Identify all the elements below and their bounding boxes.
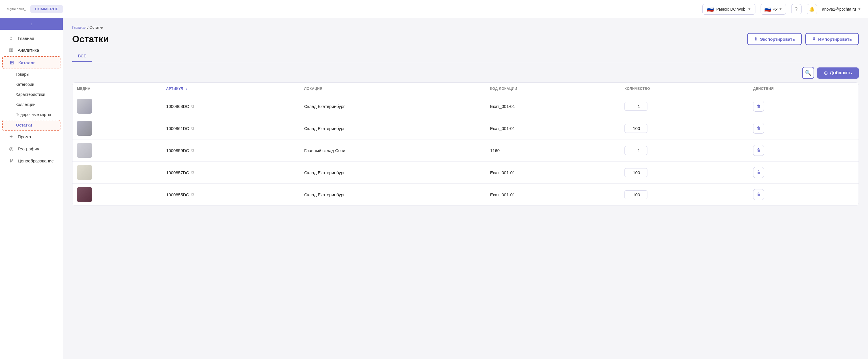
quantity-input[interactable] xyxy=(624,168,647,177)
sort-arrow-icon: ↓ xyxy=(186,87,188,91)
brand-logo: digital chief_ xyxy=(7,7,26,11)
tab-all[interactable]: ВСЕ xyxy=(72,51,92,62)
help-icon: ? xyxy=(795,7,798,12)
sidebar-item-gift-cards[interactable]: Подарочные карты xyxy=(2,110,60,119)
cell-location: Склад Екатеринбург xyxy=(300,162,486,184)
import-label: Импортировать xyxy=(818,37,852,42)
cell-location-code: Екат_001-01 xyxy=(486,117,620,139)
trash-icon: 🗑 xyxy=(756,104,761,109)
delete-button[interactable]: 🗑 xyxy=(753,145,764,156)
sidebar-item-home[interactable]: ⌂ Главная xyxy=(2,32,60,44)
sidebar-item-products[interactable]: Товары xyxy=(2,70,60,79)
home-icon: ⌂ xyxy=(8,35,14,41)
cell-actions: 🗑 xyxy=(748,162,859,184)
lang-selector[interactable]: 🇷🇺 РУ ▼ xyxy=(761,4,786,15)
sidebar-item-label: Главная xyxy=(18,36,34,41)
col-media: МЕДИА xyxy=(72,83,161,95)
layout: ‹ ⌂ Главная ▦ Аналитика ⊞ Каталог Товары… xyxy=(0,18,868,359)
sidebar-item-analytics[interactable]: ▦ Аналитика xyxy=(2,44,60,56)
article-value: 1000857DC xyxy=(166,170,189,175)
quantity-input[interactable] xyxy=(624,146,647,155)
add-icon: ⊕ xyxy=(824,70,828,76)
sidebar-item-promo[interactable]: ✦ Промо xyxy=(2,131,60,143)
promo-icon: ✦ xyxy=(8,134,14,140)
breadcrumb: Главная / Остатки xyxy=(72,25,859,30)
delete-button[interactable]: 🗑 xyxy=(753,167,764,178)
trash-icon: 🗑 xyxy=(756,148,761,153)
page-title: Остатки xyxy=(72,34,109,45)
article-value: 1000855DC xyxy=(166,192,189,197)
market-selector[interactable]: 🇷🇺 Рынок: DC Web ▼ xyxy=(703,4,755,15)
delete-button[interactable]: 🗑 xyxy=(753,123,764,134)
export-label: Экспортировать xyxy=(760,37,795,42)
trash-icon: 🗑 xyxy=(756,192,761,197)
topbar-left: digital chief_ COMMERCE xyxy=(7,5,63,13)
copy-icon[interactable]: ⧉ xyxy=(191,170,194,175)
inventory-table: МЕДИА АРТИКУЛ ↓ ЛОКАЦИЯ КОД ЛОКАЦИИ КОЛИ… xyxy=(72,82,859,206)
col-location: ЛОКАЦИЯ xyxy=(300,83,486,95)
sidebar-item-characteristics[interactable]: Характеристики xyxy=(2,89,60,99)
delete-button[interactable]: 🗑 xyxy=(753,189,764,200)
cell-quantity[interactable] xyxy=(620,184,748,206)
cell-quantity[interactable] xyxy=(620,139,748,162)
cell-actions: 🗑 xyxy=(748,184,859,206)
table-row: 1000855DC ⧉ Склад Екатеринбург Екат_001-… xyxy=(72,184,859,206)
export-button[interactable]: ⬆ Экспортировать xyxy=(747,33,802,45)
sidebar-item-categories[interactable]: Категории xyxy=(2,80,60,89)
lang-chevron-icon: ▼ xyxy=(779,7,782,11)
cell-actions: 🗑 xyxy=(748,117,859,139)
quantity-input[interactable] xyxy=(624,102,647,111)
table-row: 1000861DC ⧉ Склад Екатеринбург Екат_001-… xyxy=(72,117,859,139)
sidebar-collapse-button[interactable]: ‹ xyxy=(0,18,63,30)
topbar-right: 🇷🇺 Рынок: DC Web ▼ 🇷🇺 РУ ▼ ? 🔔 anova1@po… xyxy=(703,4,861,15)
copy-icon[interactable]: ⧉ xyxy=(191,148,194,153)
cell-location-code: Екат_001-01 xyxy=(486,95,620,117)
cell-actions: 🗑 xyxy=(748,95,859,117)
cell-location: Склад Екатеринбург xyxy=(300,184,486,206)
notifications-button[interactable]: 🔔 xyxy=(807,4,817,15)
sidebar-item-pricing[interactable]: ₽ Ценообразование xyxy=(2,155,60,167)
user-menu[interactable]: anova1@pochta.ru ▼ xyxy=(822,7,861,11)
search-button[interactable]: 🔍 xyxy=(802,67,814,79)
cell-location-code: Екат_001-01 xyxy=(486,184,620,206)
product-thumbnail xyxy=(77,121,92,136)
product-thumbnail xyxy=(77,187,92,202)
sidebar-item-catalog[interactable]: ⊞ Каталог xyxy=(2,56,60,69)
import-icon: ⬇ xyxy=(812,36,816,42)
cell-media xyxy=(72,117,161,139)
sidebar-item-label: Ценообразование xyxy=(18,158,54,163)
pricing-icon: ₽ xyxy=(8,158,14,164)
cell-quantity[interactable] xyxy=(620,117,748,139)
col-location-code: КОД ЛОКАЦИИ xyxy=(486,83,620,95)
sidebar-item-inventory[interactable]: Остатки xyxy=(2,120,60,131)
col-quantity: КОЛИЧЕСТВО xyxy=(620,83,748,95)
sidebar-item-label: Каталог xyxy=(18,60,35,65)
page-header: Остатки ⬆ Экспортировать ⬇ Импортировать xyxy=(72,33,859,45)
copy-icon[interactable]: ⧉ xyxy=(191,192,194,197)
cell-media xyxy=(72,184,161,206)
cell-quantity[interactable] xyxy=(620,162,748,184)
copy-icon[interactable]: ⧉ xyxy=(191,126,194,131)
catalog-icon: ⊞ xyxy=(9,60,15,66)
breadcrumb-home[interactable]: Главная xyxy=(72,25,86,30)
col-article[interactable]: АРТИКУЛ ↓ xyxy=(161,83,300,95)
cell-article: 1000868DC ⧉ xyxy=(161,95,300,117)
help-button[interactable]: ? xyxy=(791,4,802,15)
delete-button[interactable]: 🗑 xyxy=(753,101,764,112)
geography-icon: ◎ xyxy=(8,146,14,152)
quantity-input[interactable] xyxy=(624,124,647,133)
sidebar-item-geography[interactable]: ◎ География xyxy=(2,143,60,155)
sidebar-sub-label: Товары xyxy=(16,72,29,77)
sidebar-item-collections[interactable]: Коллекции xyxy=(2,100,60,109)
quantity-input[interactable] xyxy=(624,190,647,199)
cell-location: Склад Екатеринбург xyxy=(300,95,486,117)
commerce-badge: COMMERCE xyxy=(30,5,63,13)
copy-icon[interactable]: ⧉ xyxy=(191,104,194,109)
import-button[interactable]: ⬇ Импортировать xyxy=(805,33,859,45)
col-actions: ДЕЙСТВИЯ xyxy=(748,83,859,95)
cell-quantity[interactable] xyxy=(620,95,748,117)
sidebar-item-label: Аналитика xyxy=(18,48,39,53)
trash-icon: 🗑 xyxy=(756,126,761,131)
product-thumbnail xyxy=(77,143,92,158)
add-button[interactable]: ⊕ Добавить xyxy=(817,67,859,79)
